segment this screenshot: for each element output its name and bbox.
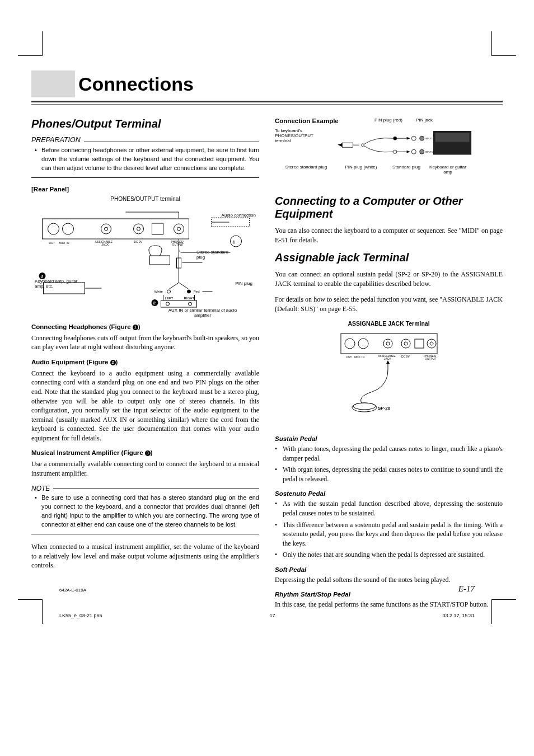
svg-text:IN: IN (67, 241, 69, 245)
label-pin-plug: PIN plug (235, 281, 252, 286)
sostenuto-bullet-2: This difference between a sostenuto peda… (275, 520, 503, 548)
svg-text:JACK: JACK (384, 357, 391, 360)
svg-point-3 (101, 224, 111, 234)
svg-rect-75 (415, 339, 424, 348)
connection-example-diagram: INPUT 1 INPUT 2 PIN plug (red) PIN jack … (275, 128, 503, 178)
label-pin-jack: PIN jack (410, 118, 438, 123)
preparation-rule (84, 142, 259, 142)
note-text: Be sure to use a connecting cord that ha… (31, 494, 259, 529)
svg-line-29 (169, 283, 179, 289)
sustain-bullet-1: With piano tones, depressing the pedal c… (275, 444, 503, 463)
heading-soft-pedal: Soft Pedal (275, 566, 503, 573)
para-amplifier: Use a commercially available connecting … (31, 459, 259, 478)
svg-rect-68 (341, 334, 437, 354)
heading-sustain-pedal: Sustain Pedal (275, 435, 503, 442)
para-connecting-computer: You can also connect the keyboard to a c… (275, 226, 503, 245)
svg-marker-60 (407, 151, 410, 153)
svg-text:INPUT 2: INPUT 2 (425, 151, 434, 153)
para-amplifier-tail: When connected to a musical instrument a… (31, 542, 259, 570)
svg-point-58 (394, 150, 397, 153)
svg-point-32 (188, 290, 191, 293)
assignable-jack-diagram: OUT MIDI IN ASSIGNABLE JACK DC 9V PHONES… (275, 330, 503, 426)
svg-marker-52 (338, 143, 342, 147)
heading-amplifier: Musical Instrument Amplifier (Figure 3) … (31, 449, 259, 456)
rear-panel-diagram: PHONES/OUTPUT terminal OUT (31, 196, 259, 314)
svg-point-9 (177, 227, 181, 231)
svg-point-71 (383, 339, 392, 348)
note-end-rule (31, 534, 259, 534)
sostenuto-bullet-1: As with the sustain pedal function descr… (275, 499, 503, 518)
preparation-text: Before connecting headphones or other ex… (31, 146, 259, 173)
heading-connecting-headphones: Connecting Headphones (Figure 1) Connect… (31, 323, 259, 330)
svg-text:White: White (154, 290, 163, 293)
note-rule (53, 489, 259, 489)
svg-text:IN: IN (362, 355, 364, 359)
note-label: NOTE (31, 485, 50, 492)
svg-text:MIDI: MIDI (59, 241, 65, 245)
svg-point-73 (401, 339, 410, 348)
svg-text:OUTPUT: OUTPUT (425, 357, 437, 360)
svg-line-30 (179, 283, 189, 289)
para-soft-pedal: Depressing the pedal softens the sound o… (275, 575, 503, 585)
chapter-tab-graphic (31, 71, 75, 97)
preparation-label: PREPARATION (31, 136, 81, 144)
svg-rect-50 (342, 143, 353, 147)
para-audio-equipment: Connect the keyboard to a audio equipmen… (31, 369, 259, 443)
crop-mark-bl (18, 599, 43, 624)
svg-point-53 (362, 144, 364, 147)
svg-text:MIDI: MIDI (354, 355, 360, 359)
label-pin-plug-red: PIN plug (red) (369, 118, 408, 123)
label-kb-guitar-amp: Keyboard or guitar amp (429, 165, 466, 175)
svg-text:LEFT: LEFT (165, 297, 174, 300)
para-rhythm-pedal: In this case, the pedal performs the sam… (275, 600, 503, 609)
svg-point-70 (358, 339, 368, 349)
section-connecting-computer: Connecting to a Computer or Other Equipm… (275, 195, 503, 220)
svg-text:3: 3 (41, 274, 44, 279)
svg-rect-41 (161, 300, 197, 307)
p65-date: 03.2.17, 15:31 (442, 613, 475, 618)
svg-text:OUTPUT: OUTPUT (172, 243, 184, 246)
svg-point-77 (430, 342, 433, 345)
chapter-rule-2 (31, 104, 503, 105)
svg-point-65 (420, 149, 424, 154)
crop-mark-tr (491, 31, 516, 56)
heading-sostenuto-pedal: Sostenuto Pedal (275, 490, 503, 497)
svg-rect-0 (43, 219, 189, 239)
svg-rect-7 (152, 223, 163, 234)
svg-point-89 (353, 403, 376, 410)
svg-text:DC 9V: DC 9V (401, 355, 410, 358)
assignable-jack-diagram-label: ASSIGNABLE JACK Terminal (275, 320, 503, 327)
para-ajack-1: You can connect an optional sustain peda… (275, 270, 503, 288)
section-assignable-jack: Assignable jack Terminal (275, 251, 503, 264)
p65-page: 17 (270, 613, 275, 618)
svg-point-20 (231, 236, 242, 247)
p65-filename: LK55_e_08-21.p65 (59, 613, 102, 618)
label-aux: AUX IN or similar terminal of audio ampl… (166, 308, 239, 318)
svg-marker-87 (386, 360, 390, 364)
svg-text:JACK: JACK (102, 243, 109, 246)
svg-text:RIGHT: RIGHT (184, 297, 195, 300)
label-standard-plug: Standard plug (388, 165, 425, 175)
label-stereo-standard-plug: Stereo standard plug (278, 165, 334, 175)
svg-text:OUT: OUT (346, 355, 352, 359)
label-keyboard-amp: Keyboard amp, guitar amp, etc. (35, 279, 78, 289)
svg-text:Red: Red (194, 290, 200, 293)
svg-point-2 (63, 223, 74, 234)
label-stereo-plug: Stereo standard plug (196, 250, 236, 260)
svg-point-69 (345, 339, 355, 349)
section-phones-output: Phones/Output Terminal (31, 118, 259, 130)
svg-text:1: 1 (233, 240, 236, 245)
preparation-end-rule (31, 177, 259, 178)
svg-point-61 (411, 149, 416, 154)
svg-point-8 (174, 224, 184, 234)
svg-point-6 (137, 227, 140, 231)
svg-point-1 (48, 223, 59, 234)
svg-text:DC 9V: DC 9V (134, 240, 143, 243)
para-connecting-headphones: Connecting headphones cuts off output fr… (31, 334, 259, 352)
label-audio-connection: Audio connection (222, 213, 256, 218)
crop-mark-br (491, 599, 516, 624)
svg-point-72 (386, 342, 390, 345)
svg-rect-27 (150, 256, 170, 265)
svg-point-76 (427, 339, 436, 348)
svg-point-42 (166, 302, 170, 306)
